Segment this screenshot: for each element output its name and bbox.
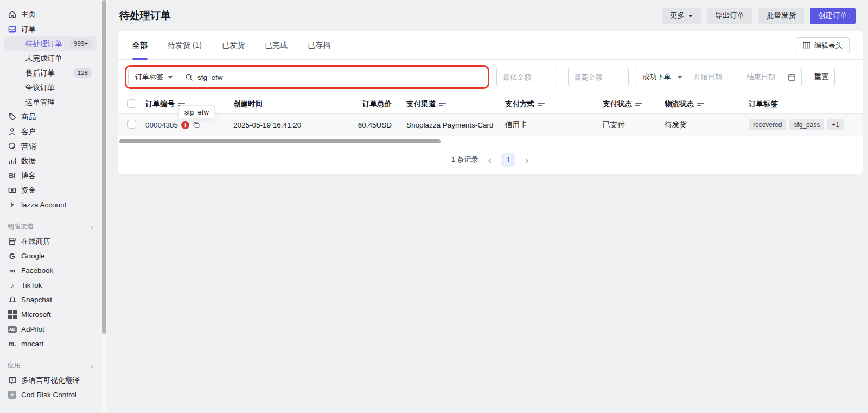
analytics-icon <box>8 156 17 166</box>
sidebar-item-finance[interactable]: 资金 <box>0 183 101 198</box>
chevron-right-icon: › <box>91 361 93 370</box>
orders-icon <box>8 24 17 34</box>
columns-icon <box>803 42 810 49</box>
sidebar: 主页 订单 待处理订单 999+ 未完成订单 售后订单 128 争议订单 运单管… <box>0 0 107 413</box>
horizontal-scrollbar-thumb[interactable] <box>119 139 441 143</box>
export-orders-button[interactable]: 导出订单 <box>707 8 752 24</box>
sidebar-item-waybill-management[interactable]: 运单管理 <box>4 95 97 110</box>
customer-icon <box>8 127 17 136</box>
sidebar-item-online-store[interactable]: 在线商店 <box>0 234 101 249</box>
order-tag: recovered <box>749 119 786 130</box>
order-tag: sfg_pass <box>789 119 824 130</box>
tab-to-ship[interactable]: 待发货 (1) <box>168 31 202 60</box>
sidebar-item-aftersale-orders[interactable]: 售后订单 128 <box>4 66 97 80</box>
previous-page-icon[interactable]: ‹ <box>487 155 493 165</box>
tab-shipped[interactable]: 已发货 <box>222 31 245 60</box>
chevron-down-icon <box>168 76 173 79</box>
sidebar-scrollbar-thumb[interactable] <box>102 0 106 334</box>
chevron-right-icon: › <box>91 223 93 231</box>
date-type-select[interactable]: 成功下单 <box>636 68 687 86</box>
sidebar-item-blog[interactable]: Bi 博客 <box>0 168 101 183</box>
sidebar-item-home[interactable]: 主页 <box>0 7 101 22</box>
sidebar-section-apps[interactable]: 应用 › <box>0 358 101 373</box>
sidebar-item-facebook[interactable]: ∞ Facebook <box>0 263 101 278</box>
payment-channel: Shoplazza Payments-Card <box>392 121 505 129</box>
filter-icon[interactable] <box>635 103 642 106</box>
end-date-input[interactable]: 结束日期 <box>747 72 788 82</box>
blog-icon: Bi <box>8 171 17 180</box>
create-order-button[interactable]: 创建订单 <box>810 8 856 24</box>
search-input[interactable] <box>197 73 479 81</box>
reset-filters-button[interactable]: 重置 <box>809 68 835 86</box>
sidebar-item-tiktok[interactable]: ♪ TikTok <box>0 278 101 293</box>
table-row[interactable]: 00004385 i 2025-05-19 16:41:20 60.45USD … <box>118 114 863 136</box>
orders-card: sfg_efw 全部 待发货 (1) 已发货 已完成 已存档 编辑表头 订单标签 <box>118 31 863 174</box>
next-page-icon[interactable]: › <box>524 155 529 165</box>
sidebar-item-customers[interactable]: 客户 <box>0 124 101 139</box>
sidebar-item-orders[interactable]: 订单 <box>0 22 101 36</box>
finance-icon <box>8 186 17 195</box>
table-header-row: 订单编号 创建时间 订单总价 支付渠道 支付方式 支付状态 物流状态 订单标签 <box>118 95 863 114</box>
alert-info-icon[interactable]: i <box>181 121 189 129</box>
sidebar-item-snapchat[interactable]: Snapchat <box>0 293 101 307</box>
tiktok-icon: ♪ <box>8 281 17 290</box>
page-number-1[interactable]: 1 <box>501 153 515 167</box>
sidebar-scrollbar[interactable] <box>101 0 107 413</box>
filter-icon[interactable] <box>538 103 545 106</box>
translate-icon <box>8 376 17 385</box>
copy-icon[interactable] <box>193 121 200 129</box>
filters-bar: 订单标签 – 成功下单 <box>118 60 863 95</box>
order-number-link[interactable]: 00004385 <box>145 121 178 129</box>
sidebar-item-pending-orders[interactable]: 待处理订单 999+ <box>4 36 97 51</box>
sidebar-item-dispute-orders[interactable]: 争议订单 <box>4 80 97 95</box>
sidebar-item-mocart[interactable]: m. mocart <box>0 336 101 351</box>
filter-icon[interactable] <box>697 103 704 106</box>
sidebar-item-incomplete-orders[interactable]: 未完成订单 <box>4 51 97 66</box>
start-date-input[interactable]: 开始日期 <box>694 72 735 82</box>
sidebar-item-microsoft[interactable]: Microsoft <box>0 307 101 322</box>
more-button[interactable]: 更多 <box>662 8 701 24</box>
batch-ship-button[interactable]: 批量发货 <box>758 8 804 24</box>
sidebar-item-adpilot[interactable]: AD AdPilot <box>0 322 101 336</box>
sidebar-item-translate-app[interactable]: 多语言可视化翻译 <box>0 373 101 387</box>
sidebar-section-sales-channels[interactable]: 销售渠道 › <box>0 219 101 234</box>
min-amount-input[interactable] <box>496 68 557 86</box>
search-group: 订单标签 <box>128 68 486 86</box>
max-amount-input[interactable] <box>568 68 629 86</box>
sidebar-item-lazza-account[interactable]: lazza Account <box>0 198 101 212</box>
date-range-group: 成功下单 开始日期 – 结束日期 <box>636 68 802 86</box>
search-input-wrap <box>178 73 486 81</box>
sidebar-item-analytics[interactable]: 数据 <box>0 154 101 168</box>
home-icon <box>8 10 17 19</box>
sidebar-item-products[interactable]: 商品 <box>0 110 101 124</box>
marketing-icon <box>8 142 17 151</box>
search-field-select[interactable]: 订单标签 <box>129 68 178 86</box>
sidebar-item-marketing[interactable]: 营销 <box>0 139 101 154</box>
page-header: 待处理订单 更多 导出订单 批量发货 创建订单 <box>107 0 868 31</box>
aftersale-orders-count-badge: 128 <box>73 68 92 78</box>
main-content: 待处理订单 更多 导出订单 批量发货 创建订单 sfg_efw 全部 待发货 (… <box>107 0 868 413</box>
payment-status: 已支付 <box>603 120 665 130</box>
tag-icon <box>8 112 17 122</box>
filter-icon[interactable] <box>439 103 446 106</box>
order-status-tabs: 全部 待发货 (1) 已发货 已完成 已存档 编辑表头 <box>118 31 863 60</box>
microsoft-icon <box>8 310 17 319</box>
page-title: 待处理订单 <box>119 9 171 23</box>
sidebar-item-cod-risk-control[interactable]: ✕ Cod Risk Control <box>0 387 101 402</box>
payment-method: 信用卡 <box>505 120 603 130</box>
edit-columns-button[interactable]: 编辑表头 <box>796 37 850 53</box>
tab-completed[interactable]: 已完成 <box>265 31 288 60</box>
row-checkbox[interactable] <box>127 120 136 129</box>
sidebar-item-google[interactable]: G Google <box>0 249 101 263</box>
order-tag-more[interactable]: +1 <box>827 119 844 130</box>
chevron-down-icon <box>678 76 682 79</box>
snapchat-icon <box>8 295 17 304</box>
select-all-checkbox[interactable] <box>127 99 136 108</box>
meta-icon: ∞ <box>8 266 17 275</box>
adpilot-icon: AD <box>8 325 17 334</box>
amount-range-dash: – <box>560 74 565 82</box>
tab-all[interactable]: 全部 <box>132 31 148 60</box>
order-total: 60.45USD <box>347 121 392 129</box>
search-tag-tooltip: sfg_efw <box>178 105 215 119</box>
tab-archived[interactable]: 已存档 <box>308 31 330 60</box>
